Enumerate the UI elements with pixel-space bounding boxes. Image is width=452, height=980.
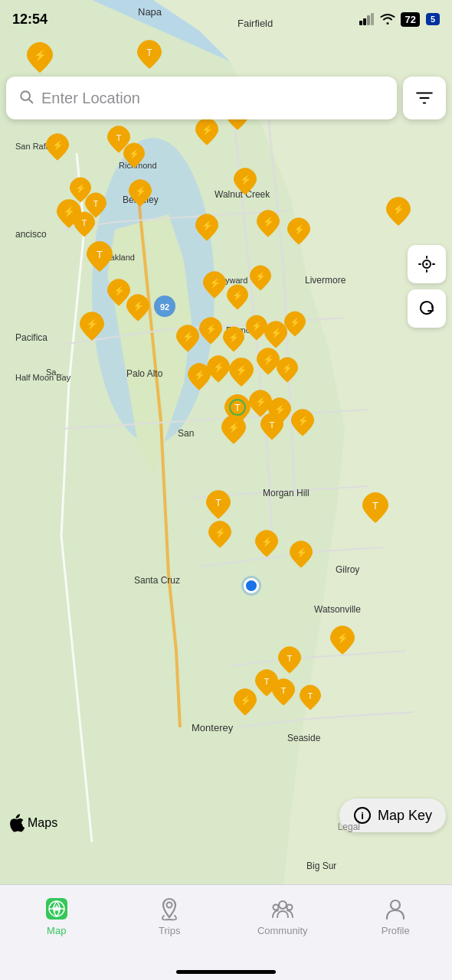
wifi-icon — [379, 13, 396, 25]
charging-pin[interactable]: ⚡ — [284, 311, 306, 337]
charging-pin[interactable]: T — [87, 241, 113, 272]
svg-text:Seaside: Seaside — [287, 733, 321, 743]
svg-text:⚡: ⚡ — [232, 290, 244, 301]
charging-pin[interactable]: ⚡ — [330, 626, 355, 655]
svg-text:⚡: ⚡ — [270, 327, 283, 339]
svg-text:⚡: ⚡ — [263, 216, 275, 228]
charging-pin[interactable]: ⚡ — [227, 284, 248, 310]
charging-pin[interactable]: ⚡ — [287, 217, 310, 245]
charging-pin[interactable]: ⚡ — [257, 210, 280, 237]
charging-pin[interactable]: ⚡ — [129, 179, 152, 207]
tab-map[interactable]: Map — [0, 893, 113, 936]
signal-icon — [359, 13, 375, 25]
svg-text:⚡: ⚡ — [261, 536, 273, 548]
svg-rect-2 — [367, 15, 370, 25]
road-badge: 5 — [426, 13, 440, 25]
charging-pin[interactable]: ⚡ — [221, 415, 246, 444]
svg-text:⚡: ⚡ — [113, 285, 126, 297]
apple-maps-logo: Maps — [9, 814, 57, 832]
location-button[interactable] — [408, 245, 446, 283]
svg-point-102 — [287, 905, 292, 910]
filter-button[interactable] — [403, 77, 446, 119]
svg-text:⚡: ⚡ — [336, 632, 349, 645]
charging-pin[interactable]: T — [74, 211, 95, 237]
charging-pin[interactable]: ⚡ — [195, 214, 218, 241]
refresh-button[interactable] — [408, 289, 446, 328]
svg-text:⚡: ⚡ — [209, 277, 221, 289]
charging-pin[interactable]: ⚡ — [27, 42, 53, 73]
svg-text:⚡: ⚡ — [201, 124, 214, 136]
charging-pin[interactable]: ⚡ — [123, 142, 145, 168]
tab-community[interactable]: Community — [226, 893, 339, 936]
charging-pin[interactable]: ⚡ — [208, 521, 231, 548]
charging-pin[interactable]: ⚡ — [176, 325, 199, 352]
charging-pin[interactable]: ⚡ — [46, 133, 69, 161]
svg-text:T: T — [116, 133, 121, 142]
svg-text:⚡: ⚡ — [34, 49, 47, 62]
map-container[interactable]: 92 Fairfield Napa San Rafa... Richmond B… — [0, 0, 452, 884]
charging-pin-tesla[interactable]: T — [206, 490, 231, 519]
svg-point-99 — [167, 903, 172, 908]
charging-pin[interactable]: ⚡ — [195, 118, 218, 145]
charging-pin-tesla[interactable]: T — [278, 646, 301, 674]
svg-text:⚡: ⚡ — [235, 364, 248, 377]
charging-pin[interactable]: T — [260, 413, 283, 440]
charging-pin[interactable]: ⚡ — [203, 271, 226, 299]
charging-pin[interactable]: ⚡ — [290, 541, 313, 568]
svg-text:⚡: ⚡ — [182, 331, 195, 343]
charging-pin-tesla[interactable]: T — [300, 684, 321, 710]
svg-text:T: T — [280, 686, 286, 695]
charging-pin[interactable]: ⚡ — [207, 355, 230, 383]
status-bar: 12:54 72 5 — [0, 0, 452, 38]
charging-pin[interactable]: ⚡ — [234, 688, 257, 716]
svg-text:⚡: ⚡ — [290, 317, 301, 328]
charging-pin[interactable]: ⚡ — [386, 197, 411, 226]
svg-text:⚡: ⚡ — [201, 220, 214, 232]
svg-point-101 — [273, 905, 278, 910]
svg-text:⚡: ⚡ — [133, 300, 145, 312]
map-key-label: Map Key — [378, 808, 432, 824]
svg-text:⚡: ⚡ — [240, 174, 252, 186]
charging-pin[interactable]: ⚡ — [250, 265, 271, 291]
svg-text:⚡: ⚡ — [240, 694, 252, 707]
svg-text:Watsonville: Watsonville — [314, 604, 361, 615]
search-bar[interactable]: Enter Location — [6, 77, 397, 119]
svg-rect-0 — [359, 21, 362, 25]
charging-pin[interactable]: ⚡ — [199, 317, 222, 345]
charging-pin[interactable]: T — [137, 40, 162, 69]
charging-pin[interactable]: ⚡ — [229, 358, 254, 387]
status-icons: 72 5 — [359, 12, 440, 27]
status-time: 12:54 — [12, 11, 47, 28]
tab-bar: Map Trips Community — [0, 884, 452, 980]
svg-text:T: T — [269, 420, 274, 430]
svg-point-103 — [391, 900, 400, 910]
map-controls — [408, 245, 446, 328]
svg-text:T: T — [308, 691, 313, 701]
svg-text:T: T — [82, 218, 87, 227]
charging-pin[interactable]: ⚡ — [255, 530, 278, 557]
charging-pin[interactable]: ⚡ — [234, 168, 257, 195]
tab-trips[interactable]: Trips — [113, 893, 227, 936]
charging-pin[interactable]: ⚡ — [80, 312, 104, 341]
trips-tab-icon — [156, 896, 182, 922]
home-indicator — [176, 970, 276, 974]
svg-text:92: 92 — [160, 302, 169, 312]
svg-text:⚡: ⚡ — [129, 149, 140, 159]
charging-pin[interactable]: ⚡ — [223, 326, 244, 352]
tab-map-label: Map — [47, 925, 66, 936]
charging-pin[interactable]: ⚡ — [291, 409, 314, 436]
svg-text:⚡: ⚡ — [215, 527, 227, 539]
svg-text:⚡: ⚡ — [297, 415, 310, 427]
tab-profile[interactable]: Profile — [339, 893, 453, 936]
svg-text:Gilroy: Gilroy — [336, 564, 359, 575]
svg-text:i: i — [361, 810, 364, 822]
charging-pin-tesla[interactable]: T — [362, 492, 388, 523]
svg-text:⚡: ⚡ — [228, 421, 241, 434]
svg-rect-3 — [371, 13, 374, 25]
charging-pin[interactable]: ⚡ — [277, 357, 298, 383]
charging-pin[interactable]: ⚡ — [126, 294, 149, 322]
legal-text: Legal — [338, 822, 360, 832]
charging-pin-tesla[interactable]: T — [272, 678, 295, 706]
tab-profile-label: Profile — [382, 925, 410, 936]
svg-text:Pacifica: Pacifica — [15, 332, 47, 343]
